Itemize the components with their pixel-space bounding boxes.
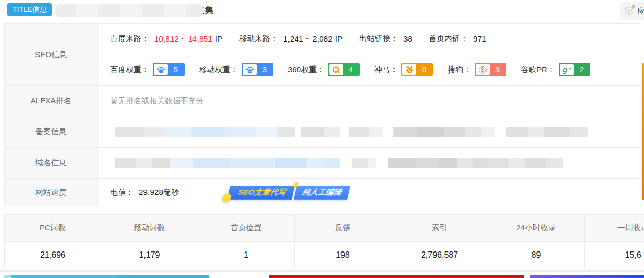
- stat-header: 移动词数: [101, 215, 198, 242]
- weights-subrow: 百度权重： 5: [98, 54, 640, 85]
- stat-value: 89: [488, 242, 585, 269]
- bottom-divider-strip: [0, 270, 644, 272]
- row-label: 域名信息: [5, 148, 98, 178]
- redacted-icp-info: [115, 127, 588, 137]
- baidu-traffic: 百度来路： 10,812 ~ 14,851 IP: [110, 34, 222, 44]
- baidu-paw-icon: [154, 64, 168, 75]
- stat-header: 首页位置: [198, 215, 295, 242]
- stat-value: 2,796,587: [391, 242, 488, 269]
- telecom-speed-value: 29.928毫秒: [139, 188, 179, 197]
- row-label: SEO信息: [5, 24, 98, 85]
- redacted-domain-info: [115, 158, 563, 168]
- stat-header-row: PC词数 移动词数 首页位置 反链 索引 24小时收录 一周收录: [5, 215, 644, 242]
- row-label: 网站速度: [5, 179, 98, 206]
- mobile-traffic-value: 1,241 ~ 2,082: [283, 34, 333, 43]
- banner-bar-purple: [530, 275, 644, 278]
- banner-bar-cyan: [4, 275, 209, 278]
- stat-header: PC词数: [5, 215, 101, 242]
- google-plus-icon: g⁺: [560, 64, 574, 75]
- promo-text-left: SEO文章代写: [228, 186, 295, 200]
- baidu-weight: 百度权重： 5: [110, 63, 185, 76]
- redacted-site-title: [55, 4, 204, 17]
- stat-header: 索引: [391, 215, 488, 242]
- stat-value-row: 21,696 1,179 1 198 2,796,587 89 15,6: [5, 242, 644, 269]
- traffic-subrow: 百度来路： 10,812 ~ 14,851 IP 移动来路： 1,241 ~ 2…: [98, 24, 640, 54]
- telecom-speed: 电信： 29.928毫秒: [110, 188, 179, 197]
- outbound-links: 出站链接： 38: [359, 34, 412, 44]
- orange-edge-strip: [642, 63, 644, 200]
- homepage-inner-links-value: 971: [473, 34, 487, 43]
- row-site-speed: 网站速度 电信： 29.928毫秒 SEO文章代写 纯人工编辑: [5, 178, 640, 206]
- seo-report-page: TITLE信息 采集 应 SEO信息 百度来路： 10,812 ~ 14,851: [0, 0, 644, 278]
- shenma-weight: 神马：: [374, 63, 433, 76]
- stat-value: 21,696: [5, 242, 101, 269]
- sogou-weight: 搜狗： S 3: [448, 63, 506, 76]
- title-info-badge: TITLE信息: [7, 3, 52, 16]
- stat-header: 反链: [295, 215, 391, 242]
- stat-header: 一周收录: [585, 215, 644, 242]
- header: TITLE信息 采集 应: [0, 0, 644, 23]
- homepage-inner-links: 首页内链： 971: [429, 34, 487, 44]
- shenma-weight-badge[interactable]: 0: [401, 63, 433, 76]
- stat-header: 24小时收录: [488, 215, 585, 242]
- sogou-s-icon: S: [476, 64, 490, 75]
- row-label: 备案信息: [5, 116, 98, 147]
- weight-360-badge[interactable]: 4: [328, 63, 360, 76]
- row-seo-info: SEO信息 百度来路： 10,812 ~ 14,851 IP 移动来路： 1,2…: [5, 24, 640, 85]
- banner-bar-red: [269, 275, 524, 278]
- stat-value: 1: [198, 242, 295, 269]
- alexa-no-data-text: 暂无排名或相关数据不充分: [110, 96, 204, 106]
- baidu-mobile-paw-icon: m: [243, 64, 257, 75]
- google-pr-badge[interactable]: g⁺ 2: [559, 63, 590, 76]
- apps-label: 应: [637, 6, 644, 16]
- outbound-links-value: 38: [403, 34, 412, 43]
- row-domain-info: 域名信息: [5, 147, 640, 178]
- sogou-weight-badge[interactable]: S 3: [475, 63, 506, 76]
- apps-shortcut[interactable]: 应: [620, 2, 644, 20]
- row-icp-record: 备案信息: [5, 116, 640, 147]
- stat-value: 15,6: [585, 242, 644, 269]
- weight-360: 360权重： 4: [288, 63, 360, 76]
- mobile-weight: 移动权重： m: [199, 63, 273, 76]
- seo-article-promo-badge[interactable]: SEO文章代写 纯人工编辑: [228, 186, 350, 200]
- notification-dot-icon: [632, 5, 635, 8]
- keyword-stat-table: PC词数 移动词数 首页位置 反链 索引 24小时收录 一周收录 21,696 …: [4, 214, 644, 269]
- 360-ring-icon: [329, 64, 343, 75]
- row-alexa: ALEXA排名 暂无排名或相关数据不充分: [5, 85, 640, 116]
- mobile-weight-badge[interactable]: m 3: [242, 63, 273, 76]
- mobile-traffic: 移动来路： 1,241 ~ 2,082 IP: [239, 34, 343, 44]
- row-label: ALEXA排名: [5, 86, 98, 116]
- baidu-traffic-value: 10,812 ~ 14,851: [154, 34, 213, 43]
- promo-text-right: 纯人工编辑: [294, 186, 350, 200]
- stat-value: 198: [295, 242, 391, 269]
- baidu-weight-badge[interactable]: 5: [153, 63, 185, 76]
- shenma-icon: [402, 64, 416, 75]
- svg-text:m: m: [248, 70, 251, 73]
- seo-info-table: SEO信息 百度来路： 10,812 ~ 14,851 IP 移动来路： 1,2…: [4, 23, 640, 206]
- stat-value: 1,179: [101, 242, 198, 269]
- google-pr: 谷歌PR： g⁺ 2: [521, 63, 590, 76]
- promo-dot-icon: [222, 193, 233, 202]
